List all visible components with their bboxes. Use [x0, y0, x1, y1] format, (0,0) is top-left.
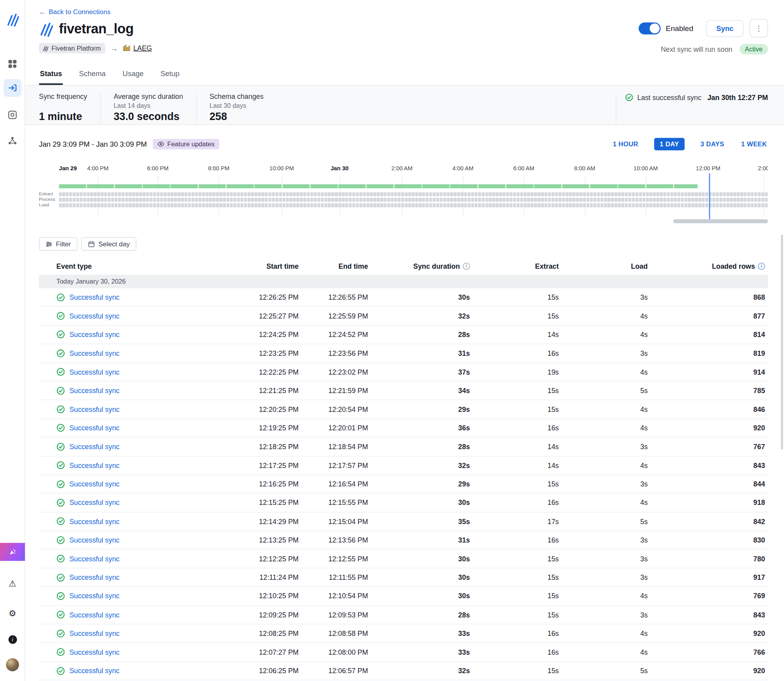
event-link[interactable]: Successful sync	[69, 517, 120, 525]
loaded-rows-cell: 920	[648, 667, 768, 675]
status-badge: Active	[739, 44, 768, 55]
table-row[interactable]: Successful sync 12:10:25 PM 12:10:54 PM …	[39, 587, 768, 606]
table-row[interactable]: Successful sync 12:21:25 PM 12:21:59 PM …	[39, 382, 768, 401]
calendar-icon	[88, 240, 95, 248]
event-link[interactable]: Successful sync	[69, 648, 120, 656]
warning-button[interactable]: ⚠	[4, 574, 22, 592]
table-row[interactable]: Successful sync 12:16:25 PM 12:16:54 PM …	[39, 475, 768, 494]
table-row[interactable]: Successful sync 12:07:27 PM 12:08:00 PM …	[39, 643, 768, 662]
tab-schema[interactable]: Schema	[78, 69, 107, 85]
select-day-label: Select day	[98, 240, 130, 248]
event-link[interactable]: Successful sync	[69, 312, 120, 320]
event-link[interactable]: Successful sync	[69, 293, 120, 301]
end-time-cell: 12:18:54 PM	[298, 442, 368, 450]
destination-label: LAEG	[133, 44, 152, 52]
event-link[interactable]: Successful sync	[69, 405, 120, 413]
table-row[interactable]: Successful sync 12:23:25 PM 12:23:56 PM …	[39, 344, 768, 363]
filter-button[interactable]: Filter	[39, 237, 77, 251]
info-button[interactable]: i	[4, 630, 22, 648]
whats-new-button[interactable]	[0, 543, 25, 561]
start-time-cell: 12:21:25 PM	[249, 387, 298, 395]
end-time-cell: 12:10:54 PM	[298, 592, 368, 600]
back-to-connections-link[interactable]: ← Back to Connections	[39, 8, 110, 15]
date-group-header: Today January 30, 2026	[39, 275, 768, 288]
zoom-1-week[interactable]: 1 WEEK	[740, 138, 768, 150]
table-row[interactable]: Successful sync 12:18:25 PM 12:18:54 PM …	[39, 437, 768, 456]
sync-duration-info-icon[interactable]: i	[463, 263, 470, 270]
table-row[interactable]: Successful sync 12:24:25 PM 12:24:52 PM …	[39, 326, 768, 344]
event-link[interactable]: Successful sync	[69, 499, 120, 506]
zoom-1-hour[interactable]: 1 HOUR	[612, 138, 639, 150]
select-day-button[interactable]: Select day	[82, 237, 136, 251]
event-link[interactable]: Successful sync	[69, 592, 120, 600]
enabled-toggle[interactable]	[639, 22, 661, 35]
table-row[interactable]: Successful sync 12:22:25 PM 12:23:02 PM …	[39, 363, 768, 382]
event-link[interactable]: Successful sync	[69, 611, 120, 619]
event-link[interactable]: Successful sync	[69, 424, 120, 432]
sync-button[interactable]: Sync	[706, 20, 744, 36]
event-link[interactable]: Successful sync	[69, 667, 120, 675]
event-link[interactable]: Successful sync	[69, 442, 120, 450]
loaded-rows-cell: 843	[648, 461, 768, 469]
destination-link[interactable]: LAEG	[123, 44, 152, 52]
table-row[interactable]: Successful sync 12:26:25 PM 12:26:55 PM …	[39, 288, 768, 307]
extract-cell: 15s	[470, 480, 559, 488]
table-row[interactable]: Successful sync 12:19:25 PM 12:20:01 PM …	[39, 419, 768, 438]
table-row[interactable]: Successful sync 12:17:25 PM 12:17:57 PM …	[39, 456, 768, 475]
fivetran-logo[interactable]	[0, 12, 25, 27]
event-link[interactable]: Successful sync	[69, 536, 120, 544]
table-row[interactable]: Successful sync 12:15:25 PM 12:15:55 PM …	[39, 493, 768, 512]
event-link[interactable]: Successful sync	[69, 480, 120, 488]
zoom-3-days[interactable]: 3 DAYS	[699, 138, 725, 150]
zoom-1-day[interactable]: 1 DAY	[654, 138, 684, 150]
loaded-rows-cell: 844	[648, 480, 768, 488]
source-chip[interactable]: Fivetran Platform	[39, 43, 105, 53]
extract-cell: 16s	[470, 424, 559, 432]
table-row[interactable]: Successful sync 12:20:25 PM 12:20:54 PM …	[39, 400, 768, 419]
table-row[interactable]: Successful sync 12:12:25 PM 12:12:55 PM …	[39, 550, 768, 568]
event-link[interactable]: Successful sync	[69, 574, 120, 581]
table-row[interactable]: Successful sync 12:06:25 PM 12:06:57 PM …	[39, 662, 768, 681]
sidebar-item-connections[interactable]	[4, 79, 22, 97]
extract-lane	[59, 192, 768, 196]
loaded-rows-cell: 868	[648, 293, 768, 301]
tab-usage[interactable]: Usage	[122, 69, 144, 85]
table-row[interactable]: Successful sync 12:08:25 PM 12:08:58 PM …	[39, 625, 768, 643]
table-row[interactable]: Successful sync 12:14:29 PM 12:15:04 PM …	[39, 512, 768, 531]
extract-cell: 15s	[470, 387, 559, 395]
timeline-chart[interactable]: Jan 294:00 PM6:00 PM8:00 PM10:00 PMJan 3…	[59, 165, 768, 225]
settings-button[interactable]: ⚙	[4, 605, 22, 623]
timeline-scrollbar[interactable]	[673, 219, 768, 223]
tab-status[interactable]: Status	[39, 69, 63, 85]
table-row[interactable]: Successful sync 12:11:24 PM 12:11:55 PM …	[39, 568, 768, 587]
page-scrollbar[interactable]	[781, 235, 783, 449]
col-loaded-rows: Loaded rows i	[648, 262, 768, 270]
sidebar-item-dashboard[interactable]	[4, 55, 22, 73]
event-link[interactable]: Successful sync	[69, 349, 120, 357]
tab-setup[interactable]: Setup	[160, 69, 180, 85]
table-row[interactable]: Successful sync 12:09:25 PM 12:09:53 PM …	[39, 606, 768, 625]
event-link[interactable]: Successful sync	[69, 387, 120, 395]
event-link[interactable]: Successful sync	[69, 555, 120, 563]
event-link[interactable]: Successful sync	[69, 331, 120, 339]
sidebar-item-transformations[interactable]	[4, 132, 22, 150]
app: ⚠ ⚙ i ← Back to Connections fivetran_log	[0, 0, 784, 681]
end-time-cell: 12:08:00 PM	[298, 648, 368, 656]
event-link[interactable]: Successful sync	[69, 630, 120, 637]
sidebar-item-destinations[interactable]	[4, 106, 22, 124]
more-options-button[interactable]: ⋮	[749, 19, 768, 37]
table-row[interactable]: Successful sync 12:25:27 PM 12:25:59 PM …	[39, 307, 768, 326]
header-controls: Enabled Sync ⋮ Next sync will run soon A…	[639, 19, 768, 54]
load-cell: 5s	[559, 517, 648, 525]
load-cell: 3s	[559, 574, 648, 581]
user-avatar[interactable]	[6, 658, 19, 671]
table-row[interactable]: Successful sync 12:13:25 PM 12:13:56 PM …	[39, 531, 768, 550]
start-time-cell: 12:10:25 PM	[249, 592, 298, 600]
stats-band: Sync frequency 1 minute Average sync dur…	[25, 85, 784, 125]
feature-updates-badge[interactable]: Feature updates	[153, 139, 219, 149]
destination-icon	[123, 44, 130, 51]
loaded-rows-info-icon[interactable]: i	[758, 263, 765, 270]
event-link[interactable]: Successful sync	[69, 461, 120, 469]
event-link[interactable]: Successful sync	[69, 368, 120, 376]
success-check-icon	[56, 349, 65, 358]
